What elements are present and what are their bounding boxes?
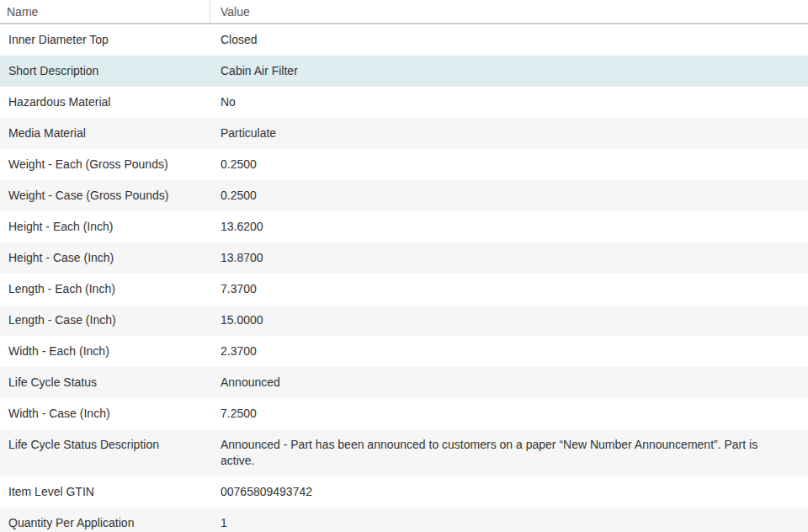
row-value-cell: 0.2500: [210, 180, 808, 211]
table-row[interactable]: Life Cycle Status Announced: [0, 367, 808, 398]
table-row[interactable]: Weight - Each (Gross Pounds) 0.2500: [0, 149, 808, 180]
row-name-cell: Length - Case (Inch): [0, 305, 210, 336]
table-row[interactable]: Quantity Per Application 1: [0, 508, 808, 532]
row-name-cell: Inner Diameter Top: [0, 24, 210, 56]
table-row[interactable]: Short Description Cabin Air Filter: [0, 56, 808, 87]
table-row[interactable]: Weight - Case (Gross Pounds) 0.2500: [0, 180, 808, 211]
row-value-cell: 15.0000: [210, 305, 808, 336]
row-name-cell: Media Material: [0, 118, 210, 149]
row-name-cell: Height - Each (Inch): [0, 211, 210, 242]
row-value-cell: 13.6200: [210, 211, 808, 242]
row-name-cell: Height - Case (Inch): [0, 242, 210, 274]
table-row[interactable]: Item Level GTIN 00765809493742: [0, 476, 808, 508]
row-name-cell: Width - Each (Inch): [0, 336, 210, 367]
row-value-cell: Announced: [210, 367, 808, 398]
row-name-cell: Weight - Case (Gross Pounds): [0, 180, 210, 211]
row-value-cell: 00765809493742: [210, 476, 808, 508]
row-name-cell: Short Description: [0, 56, 210, 87]
row-value-cell: No: [210, 87, 808, 118]
table-row[interactable]: Media Material Particulate: [0, 118, 808, 149]
table-row[interactable]: Width - Each (Inch) 2.3700: [0, 336, 808, 367]
row-value-cell: Particulate: [210, 118, 808, 149]
column-header-name: Name: [0, 0, 210, 23]
row-value-cell: 2.3700: [210, 336, 808, 367]
row-name-cell: Length - Each (Inch): [0, 274, 210, 305]
row-name-cell: Hazardous Material: [0, 87, 210, 118]
row-value-cell: 13.8700: [210, 242, 808, 274]
row-value-cell: 1: [210, 508, 808, 532]
spec-table: Name Value Inner Diameter Top Closed Sho…: [0, 0, 808, 532]
table-row[interactable]: Length - Each (Inch) 7.3700: [0, 274, 808, 305]
row-name-cell: Quantity Per Application: [0, 508, 210, 532]
row-name-cell: Life Cycle Status: [0, 367, 210, 398]
row-name-cell: Item Level GTIN: [0, 476, 210, 508]
table-row[interactable]: Life Cycle Status Description Announced …: [0, 429, 808, 476]
table-row[interactable]: Length - Case (Inch) 15.0000: [0, 305, 808, 336]
table-row[interactable]: Hazardous Material No: [0, 87, 808, 118]
row-value-cell: Closed: [210, 24, 808, 56]
table-row[interactable]: Height - Case (Inch) 13.8700: [0, 242, 808, 274]
table-header-row: Name Value: [0, 0, 808, 24]
row-name-cell: Width - Case (Inch): [0, 398, 210, 429]
row-value-cell: Announced - Part has been announced to c…: [210, 429, 808, 476]
table-body: Inner Diameter Top Closed Short Descript…: [0, 24, 808, 532]
row-value-cell: 7.2500: [210, 398, 808, 429]
column-header-value: Value: [210, 0, 808, 23]
row-name-cell: Life Cycle Status Description: [0, 429, 210, 476]
row-value-cell: 0.2500: [210, 149, 808, 180]
row-name-cell: Weight - Each (Gross Pounds): [0, 149, 210, 180]
row-value-cell: Cabin Air Filter: [210, 56, 808, 87]
row-value-cell: 7.3700: [210, 274, 808, 305]
table-row[interactable]: Height - Each (Inch) 13.6200: [0, 211, 808, 242]
table-row[interactable]: Inner Diameter Top Closed: [0, 24, 808, 56]
table-row[interactable]: Width - Case (Inch) 7.2500: [0, 398, 808, 429]
